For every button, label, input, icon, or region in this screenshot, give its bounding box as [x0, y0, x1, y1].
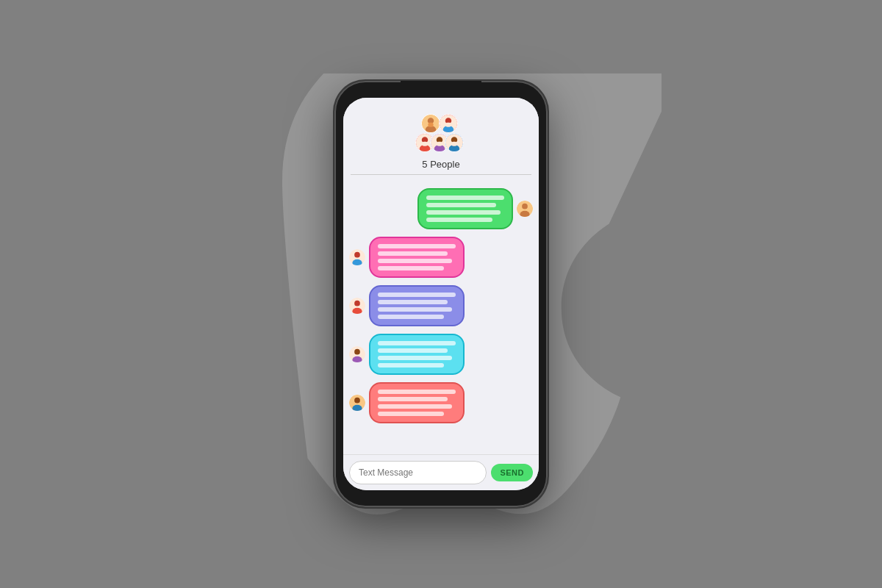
avatar-2: [439, 114, 458, 133]
bubble-line: [378, 356, 452, 360]
avatar-1: [421, 114, 440, 133]
message-row-5: [349, 382, 533, 423]
bubble-line: [378, 348, 448, 353]
bubble-line: [378, 293, 456, 297]
svg-rect-7: [445, 123, 451, 127]
bubble-line: [378, 300, 448, 304]
msg-avatar-5: [349, 395, 365, 411]
input-bar: SEND: [343, 454, 539, 490]
send-button[interactable]: SEND: [491, 464, 533, 481]
svg-point-24: [354, 252, 360, 258]
bubble-line: [378, 244, 456, 248]
iphone-frame: 5 People: [334, 81, 548, 507]
svg-rect-15: [437, 142, 442, 146]
bubble-line: [378, 251, 448, 256]
message-row-3: [349, 285, 533, 326]
bubble-2: [369, 237, 465, 278]
message-row-1: [349, 188, 533, 229]
svg-point-33: [354, 398, 360, 404]
svg-rect-11: [422, 142, 427, 146]
bubble-line: [378, 390, 456, 394]
bubble-line: [378, 363, 444, 368]
message-row-4: [349, 334, 533, 375]
bubble-line: [378, 341, 456, 345]
msg-avatar-2: [349, 249, 365, 265]
chat-header: 5 People: [343, 98, 539, 181]
msg-avatar-4: [349, 346, 365, 362]
phone-screen: 5 People: [343, 98, 539, 490]
svg-point-27: [354, 301, 360, 306]
bubble-line: [426, 203, 496, 207]
bubble-line: [378, 397, 448, 401]
bubble-line: [426, 218, 492, 222]
msg-avatar-3: [349, 298, 365, 314]
notch: [401, 81, 481, 97]
group-name: 5 People: [422, 159, 459, 170]
bubble-5: [369, 382, 465, 423]
bubble-line: [378, 259, 452, 263]
svg-rect-3: [428, 123, 433, 127]
bubble-line: [378, 315, 444, 319]
bubble-line: [378, 404, 452, 409]
bubble-line: [426, 196, 504, 200]
svg-point-21: [522, 204, 528, 209]
header-divider: [351, 174, 531, 175]
bubble-line: [378, 266, 444, 270]
bubble-4: [369, 334, 465, 375]
text-message-input[interactable]: [349, 461, 487, 484]
bubble-line: [378, 307, 452, 312]
messages-area[interactable]: [343, 181, 539, 454]
avatar-group: [415, 114, 467, 154]
bubble-line: [378, 412, 444, 416]
bubble-1: [417, 188, 513, 229]
avatar-5: [445, 133, 464, 152]
bubble-line: [426, 210, 501, 215]
svg-rect-19: [451, 142, 456, 146]
msg-avatar-1: [517, 201, 533, 217]
bubble-3: [369, 285, 465, 326]
message-row-2: [349, 237, 533, 278]
svg-point-30: [354, 349, 360, 355]
